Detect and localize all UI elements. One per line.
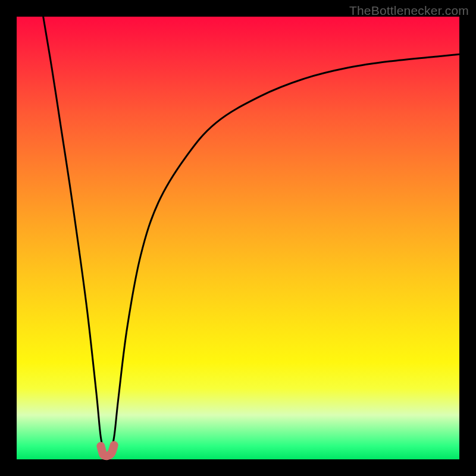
min-marker xyxy=(101,445,114,456)
chart-frame: TheBottlenecker.com xyxy=(0,0,476,476)
curve-svg xyxy=(17,17,459,459)
bottleneck-curve xyxy=(43,17,459,458)
plot-area xyxy=(17,17,459,459)
watermark-text: TheBottlenecker.com xyxy=(349,4,469,18)
